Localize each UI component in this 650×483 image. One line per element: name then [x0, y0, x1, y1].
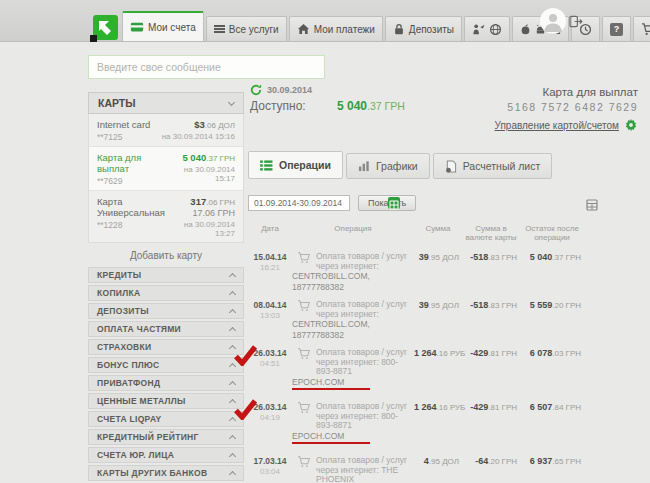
tab-my-payments[interactable]: Мои платежи [289, 16, 383, 41]
tab-statement[interactable]: Расчетный лист [433, 153, 553, 179]
operation-date: 17.03.14 03:04 [248, 456, 292, 483]
available-label: Доступно: [250, 99, 306, 113]
column-header-date: Дата [248, 221, 292, 242]
logout-icon[interactable] [569, 14, 583, 32]
red-checkmark [234, 399, 257, 420]
operation-row[interactable]: 08.04.14 13:03 Оплата товаров / услуг че… [248, 295, 640, 343]
tab-deposits[interactable]: Депозиты [385, 16, 462, 41]
operation-row[interactable]: 15.04.14 16:21 Оплата товаров / услуг че… [248, 247, 640, 295]
operations-table: Дата Операция Сумма Сумма в валюте карты… [248, 221, 640, 483]
cart-icon [297, 402, 311, 414]
home-icon [297, 23, 310, 35]
sidebar-section-label: ДЕПОЗИТЫ [97, 306, 149, 316]
gear-icon[interactable] [624, 118, 638, 132]
chevron-up-icon [229, 452, 236, 459]
manage-card-link[interactable]: Управление картой/счетом [495, 120, 620, 131]
sidebar-section[interactable]: ДЕПОЗИТЫ [88, 303, 244, 319]
message-input[interactable] [88, 55, 325, 79]
sidebar-section[interactable]: КРЕДИТЫ [88, 267, 244, 283]
sidebar-section-label: СЧЕТА LIQPAY [97, 414, 162, 424]
operation-balance-after: 5 559.20 ГРН [520, 300, 584, 340]
cart-icon [297, 456, 311, 468]
padlock-icon [393, 23, 405, 35]
card-masked-number: **7629 [97, 176, 169, 186]
operation-row[interactable]: 17.03.14 03:04 Оплата товаров / услуг че… [248, 451, 640, 483]
sidebar-section[interactable]: ПРИВАТФОНД [88, 375, 244, 391]
operation-balance-after: 5 040.37 ГРН [520, 252, 584, 292]
balance-refresh-row: 30.09.2014 [250, 84, 312, 96]
operation-balance-after: 6 507.84 ГРН [520, 402, 584, 448]
operation-description: Оплата товаров / услуг через интернет: 8… [292, 348, 414, 394]
operation-date: 08.04.14 13:03 [248, 300, 292, 340]
card-name: Карта Универсальная [97, 196, 175, 218]
tab-charts[interactable]: Графики [346, 153, 430, 179]
sidebar-card-item[interactable]: Internet card **7125 $3.06 ДОЛ на 30.09.… [89, 114, 243, 147]
tab-all-services[interactable]: Все услуги [206, 16, 287, 41]
column-header-balance-after: Остаток после операции [520, 221, 584, 242]
operation-date: 15.04.14 16:21 [248, 252, 292, 292]
add-card-link[interactable]: Добавить карту [88, 243, 244, 267]
globe-icon [489, 23, 502, 36]
sidebar-section[interactable]: ОПЛАТА ЧАСТЯМИ [88, 321, 244, 337]
sidebar-cards-header[interactable]: КАРТЫ [88, 92, 244, 114]
sidebar-section[interactable]: ЦЕННЫЕ МЕТАЛЛЫ [88, 393, 244, 409]
sidebar-section[interactable]: БОНУС ПЛЮС [88, 357, 244, 373]
chevron-up-icon [229, 326, 236, 333]
chevron-up-icon [229, 470, 236, 477]
user-avatar[interactable] [540, 8, 566, 34]
operation-text: Оплата товаров / услуг через интернет: [316, 299, 407, 319]
sidebar-section[interactable]: СЧЕТА ЮР. ЛИЦА [88, 447, 244, 463]
cards-list: Internet card **7125 $3.06 ДОЛ на 30.09.… [88, 114, 244, 243]
merchant-line: CENTROBILL.COM, [292, 272, 414, 282]
sidebar-card-item[interactable]: Карта для выплат **7629 5 040.37 ГРН на … [89, 147, 243, 191]
card-balance: 5 040.37 ГРН [169, 152, 235, 163]
card-title: Карта для выплат [495, 86, 639, 98]
sidebar-section[interactable]: КАРТЫ ДРУГИХ БАНКОВ [88, 465, 244, 481]
tab-my-accounts[interactable]: Мои счета [122, 11, 204, 41]
tab-label: Все услуги [229, 24, 279, 35]
operation-amount-card-currency: -64.20 ГРН [462, 456, 520, 483]
card-masked-number: **7125 [97, 132, 150, 142]
operation-row[interactable]: 26.03.14 04:19 Оплата товаров / услуг че… [248, 397, 640, 451]
operations-list-icon [260, 160, 273, 171]
sidebar-section[interactable]: КРЕДИТНЫЙ РЕЙТИНГ [88, 429, 244, 445]
operation-row[interactable]: 26.03.14 04:51 Оплата товаров / услуг че… [248, 343, 640, 397]
operation-amount-card-currency: -518.83 ГРН [462, 252, 520, 292]
tab-basket[interactable] [633, 16, 650, 41]
operation-amount: 39.95 ДОЛ [414, 252, 462, 292]
merchant-line: 18777788382 [292, 331, 414, 341]
sidebar-section[interactable]: СТРАХОВКИ [88, 339, 244, 355]
tab-operations[interactable]: Операции [248, 151, 343, 179]
operation-balance-after: 6 937.65 ГРН [520, 456, 584, 483]
column-header-sum-card-currency: Сумма в валюте карты [462, 221, 520, 242]
operation-time: 03:04 [248, 467, 292, 476]
card-name: Карта для выплат [97, 152, 169, 174]
tab-label: Депозиты [409, 24, 454, 35]
sidebar-section[interactable]: КОПИЛКА [88, 285, 244, 301]
sidebar: КАРТЫ Internet card **7125 $3.06 ДОЛ на … [88, 92, 244, 483]
red-checkmark [234, 345, 257, 366]
apple-icon [520, 23, 531, 35]
chevron-up-icon [229, 308, 236, 315]
view-tabs: Операции Графики Расчетный лист [248, 151, 555, 179]
sidebar-card-item[interactable]: Карта Универсальная **1228 317.06 ГРН 17… [89, 191, 243, 242]
tab-label: Операции [279, 159, 331, 171]
tab-label: Мои платежи [314, 24, 375, 35]
tab-travel[interactable] [464, 16, 510, 41]
avatar-icon [540, 8, 566, 34]
privatbank-logo-icon[interactable] [93, 15, 118, 40]
sidebar-section[interactable]: СЧЕТА LIQPAY [88, 411, 244, 427]
excel-export-icon[interactable] [388, 197, 400, 209]
merchant-block: EPOCH.COM [292, 432, 414, 449]
tab-help[interactable]: ? [602, 16, 631, 41]
table-settings-icon[interactable] [586, 197, 598, 215]
operation-description: Оплата товаров / услуг через интернет: C… [292, 300, 414, 340]
chevron-up-icon [229, 380, 236, 387]
filter-bar: Показать [248, 195, 640, 213]
operations-rows: 15.04.14 16:21 Оплата товаров / услуг че… [248, 247, 640, 483]
bar-chart-icon [358, 160, 370, 172]
date-range-input[interactable] [248, 195, 350, 211]
card-icon [130, 21, 144, 33]
refresh-icon[interactable] [250, 84, 262, 96]
menu-icon [214, 25, 225, 33]
